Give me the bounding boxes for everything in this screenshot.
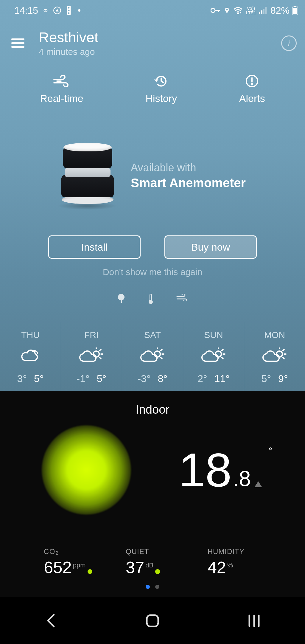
system-nav-bar	[0, 597, 305, 644]
forecast-day-sat[interactable]: SAT -3°8°	[122, 322, 183, 391]
buy-now-button[interactable]: Buy now	[164, 235, 257, 259]
battery-percent: 82%	[270, 5, 290, 16]
svg-line-37	[222, 358, 223, 359]
indoor-temperature: 18 .8 °	[179, 446, 263, 494]
svg-point-2	[68, 7, 70, 9]
svg-point-4	[68, 12, 70, 14]
svg-rect-7	[218, 10, 219, 12]
traffic-icon	[66, 6, 72, 15]
battery-icon	[292, 6, 298, 15]
co2-stat: CO2 652 ppm	[44, 547, 97, 577]
svg-point-3	[68, 10, 70, 11]
partly-cloudy-icon	[200, 347, 227, 366]
svg-rect-10	[261, 10, 262, 14]
forecast-row: THU 3°5° FRI -1°5° SAT -3°8°	[0, 322, 305, 391]
status-dot-green	[88, 569, 92, 574]
svg-rect-44	[147, 615, 158, 626]
svg-rect-15	[293, 8, 297, 14]
feedback-icon	[53, 6, 61, 15]
svg-rect-21	[150, 294, 152, 301]
tab-label: Real-time	[40, 93, 83, 104]
back-button[interactable]	[33, 609, 69, 633]
vpn-key-icon: ⚭	[42, 6, 49, 15]
tab-label: History	[145, 93, 177, 104]
tab-realtime[interactable]: Real-time	[40, 75, 83, 104]
svg-rect-9	[259, 12, 260, 14]
info-button[interactable]: i	[281, 35, 297, 51]
wind-icon	[53, 75, 71, 87]
svg-line-32	[161, 358, 162, 359]
svg-line-31	[161, 349, 162, 350]
svg-rect-11	[263, 9, 264, 14]
svg-rect-6	[215, 10, 220, 11]
svg-point-22	[149, 300, 152, 304]
page-indicator[interactable]	[0, 585, 305, 589]
forecast-day-mon[interactable]: MON 5°9°	[244, 322, 305, 391]
svg-point-8	[237, 13, 239, 14]
alert-icon	[245, 75, 259, 87]
promo-line2: Smart Anemometer	[131, 176, 246, 190]
wind-small-icon[interactable]	[176, 294, 188, 305]
dot-icon	[78, 9, 80, 12]
outdoor-panel: Resthivet 4 minutes ago i Real-time Hist…	[0, 21, 305, 391]
forecast-day-sun[interactable]: SUN 2°11°	[183, 322, 244, 391]
anemometer-promo: Available with Smart Anemometer	[0, 143, 305, 209]
key-icon	[211, 7, 221, 14]
network-label: Vo)) LTE1	[246, 6, 256, 15]
svg-marker-43	[254, 481, 262, 487]
location-icon	[224, 6, 230, 15]
signal-icon	[259, 7, 267, 14]
tab-label: Alerts	[239, 93, 265, 104]
last-update: 4 minutes ago	[39, 47, 98, 57]
svg-line-27	[100, 358, 101, 359]
indoor-title: Indoor	[0, 403, 305, 416]
partly-cloudy-icon	[139, 347, 166, 366]
svg-point-18	[251, 83, 253, 85]
cloud-icon	[18, 347, 42, 366]
svg-rect-12	[265, 7, 267, 14]
history-icon	[154, 75, 168, 87]
thermometer-icon[interactable]	[148, 294, 153, 305]
home-button[interactable]	[135, 609, 170, 633]
svg-rect-20	[121, 299, 122, 303]
partly-cloudy-icon	[261, 347, 288, 366]
forecast-mode-toggles	[0, 294, 305, 305]
humidity-stat: HUMIDITY 42 %	[208, 547, 261, 577]
tab-alerts[interactable]: Alerts	[239, 75, 265, 104]
install-button[interactable]: Install	[48, 235, 141, 259]
air-quality-glow	[42, 425, 131, 515]
anemometer-image	[59, 143, 116, 209]
wifi-icon	[233, 7, 243, 14]
svg-line-42	[283, 358, 284, 359]
menu-button[interactable]	[11, 35, 27, 51]
partly-cloudy-icon	[78, 347, 105, 366]
svg-line-36	[222, 349, 223, 350]
indoor-panel[interactable]: Indoor 18 .8 ° CO2 652 ppm	[0, 391, 305, 597]
tab-history[interactable]: History	[145, 75, 177, 104]
noise-stat: QUIET 37 dB	[126, 547, 179, 577]
status-bar: 14:15 ⚭ Vo)) LTE1 82%	[0, 0, 305, 21]
svg-point-5	[211, 8, 215, 13]
page-dot	[155, 585, 159, 589]
status-time: 14:15	[14, 5, 38, 16]
dismiss-link[interactable]: Don't show me this again	[0, 267, 305, 277]
recents-button[interactable]	[236, 609, 272, 633]
promo-line1: Available with	[131, 162, 246, 174]
tree-icon[interactable]	[117, 294, 125, 305]
svg-line-26	[100, 349, 101, 350]
forecast-day-thu[interactable]: THU 3°5°	[0, 322, 61, 391]
svg-line-41	[283, 349, 284, 350]
page-dot	[146, 585, 150, 589]
forecast-day-fri[interactable]: FRI -1°5°	[61, 322, 122, 391]
trend-up-icon	[253, 480, 263, 490]
station-title: Resthivet	[39, 29, 98, 46]
status-dot-green	[155, 569, 160, 574]
